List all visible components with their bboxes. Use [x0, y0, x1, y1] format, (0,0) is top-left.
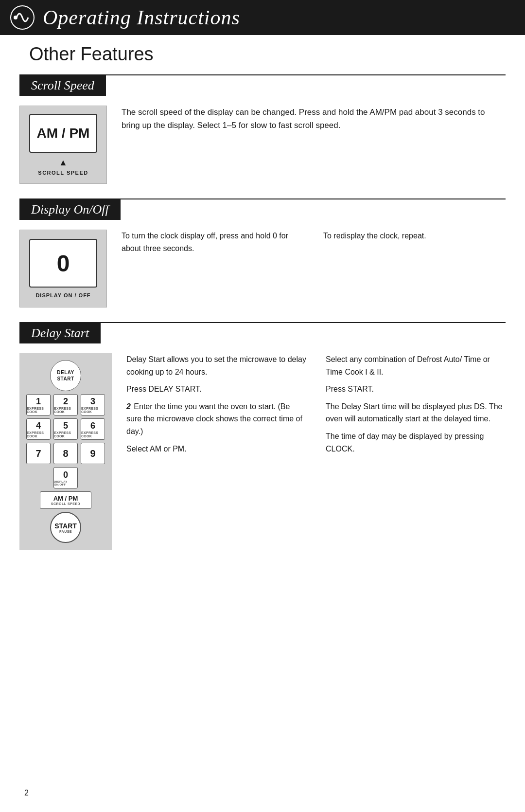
- display-onoff-text-columns: To turn the clock display off, press and…: [122, 230, 506, 307]
- delay-start-text-columns: Delay Start allows you to set the microw…: [126, 353, 506, 550]
- numpad-2-val: 2: [63, 397, 68, 407]
- display-onoff-content: 0 DISPLAY ON / OFF To turn the clock dis…: [0, 220, 525, 322]
- numpad-6: 6 EXPRESS COOK: [81, 418, 105, 440]
- ampm-small-val: AM / PM: [53, 495, 78, 502]
- delay-start-header: Delay Start: [19, 323, 101, 343]
- numpad-row-3: 7 8 9: [26, 443, 105, 464]
- numpad-1-val: 1: [36, 397, 41, 407]
- delay-col2-p1: Select any combination of Defrost Auto/ …: [326, 353, 506, 378]
- start-round-sub: PAUSE: [59, 530, 72, 533]
- numpad-3-sub: EXPRESS COOK: [81, 407, 105, 414]
- ampm-keypad-area: AM / PM ▲ SCROLL SPEED: [19, 106, 107, 184]
- display-onoff-col2: To redisplay the clock, repeat.: [323, 230, 506, 307]
- delay-col1-p1: Delay Start allows you to set the microw…: [126, 353, 306, 378]
- delay-start-section: Delay Start DELAYSTART 1 EXPRESS COOK 2 …: [0, 322, 525, 564]
- scroll-speed-description: The scroll speed of the display can be c…: [122, 106, 506, 184]
- ampm-arrow-icon: ▲: [59, 158, 68, 168]
- page-number: 2: [24, 789, 29, 797]
- display-onoff-title: Display On/Off: [31, 202, 109, 217]
- numpad-row-2: 4 EXPRESS COOK 5 EXPRESS COOK 6 EXPRESS …: [26, 418, 105, 440]
- numpad-9-val: 9: [90, 448, 95, 459]
- display-onoff-section: Display On/Off 0 DISPLAY ON / OFF To tur…: [0, 198, 525, 322]
- numpad-3: 3 EXPRESS COOK: [81, 394, 105, 415]
- start-round-label: START: [54, 522, 77, 530]
- display-onoff-header: Display On/Off: [19, 199, 121, 220]
- page-title: Other Features: [29, 44, 525, 65]
- numpad-2-sub: EXPRESS COOK: [54, 407, 77, 414]
- delay-col2-p4: The time of day may be displayed by pres…: [326, 430, 506, 455]
- ampm-button: AM / PM: [29, 114, 97, 153]
- numpad-9: 9: [81, 443, 105, 464]
- delay-col2-p2: Press START.: [326, 383, 506, 396]
- numpad-0: 0 DISPLAY ON/OFF: [53, 467, 78, 488]
- numpad-8-val: 8: [63, 448, 68, 459]
- numpad-2: 2 EXPRESS COOK: [53, 394, 78, 415]
- scroll-speed-label: SCROLL SPEED: [38, 170, 88, 176]
- display-onoff-col1: To turn the clock display off, press and…: [122, 230, 304, 307]
- scroll-speed-text: The scroll speed of the display can be c…: [122, 106, 506, 132]
- numpad-5-sub: EXPRESS COOK: [54, 431, 77, 438]
- numpad-6-val: 6: [90, 421, 95, 431]
- delay-col1: Delay Start allows you to set the microw…: [126, 353, 306, 550]
- numpad-7-val: 7: [35, 448, 41, 459]
- numpad-0-val: 0: [63, 470, 68, 480]
- brand-logo-icon: [10, 5, 35, 30]
- scroll-speed-header: Scroll Speed: [19, 75, 106, 96]
- scroll-speed-title: Scroll Speed: [31, 78, 94, 92]
- delay-col2: Select any combination of Defrost Auto/ …: [326, 353, 506, 550]
- zero-button: 0: [29, 239, 97, 288]
- header-title: Operating Instructions: [43, 6, 240, 29]
- delay-start-button: DELAYSTART: [50, 360, 81, 391]
- numpad-8: 8: [53, 443, 78, 464]
- delay-start-btn-label: DELAYSTART: [57, 369, 74, 382]
- numpad-7: 7: [26, 443, 51, 464]
- svg-point-1: [14, 16, 18, 19]
- numpad-0-sub: DISPLAY ON/OFF: [54, 480, 77, 486]
- numpad-5-val: 5: [63, 421, 68, 431]
- numpad-1: 1 EXPRESS COOK: [26, 394, 51, 415]
- numpad-4: 4 EXPRESS COOK: [26, 418, 51, 440]
- page-header: Operating Instructions: [0, 0, 525, 35]
- numpad-5: 5 EXPRESS COOK: [53, 418, 78, 440]
- numpad-row-1: 1 EXPRESS COOK 2 EXPRESS COOK 3 EXPRESS …: [26, 394, 105, 415]
- delay-col1-p4: Select AM or PM.: [126, 443, 306, 455]
- scroll-speed-content: AM / PM ▲ SCROLL SPEED The scroll speed …: [0, 96, 525, 198]
- start-round-button: START PAUSE: [50, 512, 81, 543]
- numpad-3-val: 3: [90, 397, 95, 407]
- numpad-1-sub: EXPRESS COOK: [27, 407, 50, 414]
- numpad-4-val: 4: [36, 421, 41, 431]
- display-col1-text: To turn the clock display off, press and…: [122, 230, 304, 254]
- display-onoff-label: DISPLAY ON / OFF: [35, 292, 90, 298]
- numpad-4-sub: EXPRESS COOK: [27, 431, 50, 438]
- delay-col1-p3: 2 Enter the time you want the oven to st…: [126, 400, 306, 438]
- ampm-small-sub: SCROLL SPEED: [51, 502, 80, 505]
- ampm-small-button: AM / PM SCROLL SPEED: [40, 491, 91, 509]
- scroll-speed-section: Scroll Speed AM / PM ▲ SCROLL SPEED The …: [0, 74, 525, 198]
- display-col2-text: To redisplay the clock, repeat.: [323, 230, 506, 242]
- delay-col2-p3: The Delay Start time will be displayed p…: [326, 400, 506, 425]
- zero-keypad-area: 0 DISPLAY ON / OFF: [19, 230, 107, 307]
- delay-col1-p2: Press DELAY START.: [126, 383, 306, 396]
- delay-keypad-area: DELAYSTART 1 EXPRESS COOK 2 EXPRESS COOK…: [19, 353, 112, 550]
- delay-start-content: DELAYSTART 1 EXPRESS COOK 2 EXPRESS COOK…: [0, 343, 525, 564]
- delay-start-title: Delay Start: [31, 326, 89, 340]
- numpad-row-0: 0 DISPLAY ON/OFF: [53, 467, 78, 488]
- numpad-6-sub: EXPRESS COOK: [81, 431, 105, 438]
